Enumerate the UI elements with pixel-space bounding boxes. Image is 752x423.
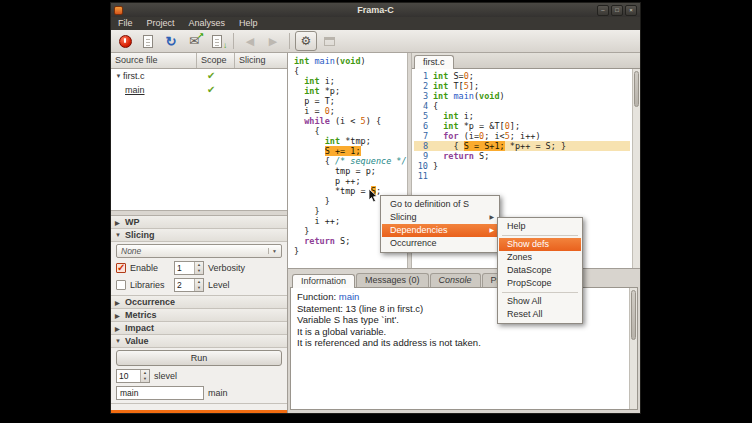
libraries-row: Libraries 2 ▲▼ Level	[116, 277, 282, 292]
tree-item-label[interactable]: first.c	[123, 71, 145, 81]
panel-occurrence[interactable]: ▶ Occurrence	[111, 296, 287, 309]
column-source-file[interactable]: Source file	[111, 53, 197, 68]
history-forward-button[interactable]: ▶	[262, 31, 284, 51]
menu-item-goto-definition[interactable]: Go to definition of S	[382, 198, 498, 211]
panel-value[interactable]: ▼ Value	[111, 335, 287, 348]
bottom-region: Information Messages (0) Console Propert…	[288, 269, 640, 413]
collapsed-triangle-icon: ▶	[115, 325, 125, 332]
analyses-button[interactable]: ⚙	[295, 31, 317, 51]
menu-help[interactable]: Help	[232, 17, 265, 30]
code-line[interactable]: 10}	[414, 161, 630, 171]
tree-row-first-c[interactable]: ▼ first.c ✔	[111, 69, 287, 83]
code-line[interactable]: int *p;	[294, 86, 407, 96]
minimize-button[interactable]: –	[597, 5, 609, 16]
toolbar-separator	[233, 33, 234, 49]
submenu-item-show-all[interactable]: Show All	[499, 295, 581, 308]
app-icon	[114, 6, 123, 15]
verbosity-stepper[interactable]: 1 ▲▼	[174, 261, 204, 275]
code-line[interactable]: S += 1;	[294, 146, 407, 156]
run-button[interactable]: Run	[116, 350, 282, 366]
libraries-checkbox[interactable]	[116, 280, 126, 290]
code-line[interactable]: 5 int i;	[414, 111, 630, 121]
panel-impact[interactable]: ▶ Impact	[111, 322, 287, 335]
column-scope[interactable]: Scope	[197, 53, 235, 68]
submenu-item-datascope[interactable]: DataScope	[499, 264, 581, 277]
maximize-button[interactable]: □	[611, 5, 623, 16]
code-line[interactable]: int i;	[294, 76, 407, 86]
tab-messages[interactable]: Messages (0)	[356, 273, 429, 287]
panel-metrics[interactable]: ▶ Metrics	[111, 309, 287, 322]
code-line[interactable]: tmp = p;	[294, 166, 407, 176]
enable-checkbox[interactable]	[116, 263, 126, 273]
tab-information[interactable]: Information	[292, 274, 355, 288]
exit-button[interactable]	[114, 31, 136, 51]
code-line[interactable]: 1int S=0;	[414, 71, 630, 81]
menu-item-label: Dependencies	[390, 225, 448, 235]
stepper-buttons[interactable]: ▲▼	[194, 279, 203, 291]
new-session-button[interactable]	[137, 31, 159, 51]
tree-row-main[interactable]: main ✔	[111, 83, 287, 97]
file-tree: Source file Scope Slicing ▼ first.c ✔ ma…	[111, 53, 287, 211]
code-line[interactable]: p = T;	[294, 96, 407, 106]
code-line[interactable]: 11	[414, 171, 630, 181]
window-title: Frama-C	[111, 3, 640, 17]
main-label: main	[208, 388, 228, 398]
code-line[interactable]: 9 return S;	[414, 151, 630, 161]
history-back-button[interactable]: ◀	[239, 31, 261, 51]
tree-item-label[interactable]: main	[125, 85, 145, 95]
panel-slicing[interactable]: ▼ Slicing	[111, 229, 287, 242]
menu-file[interactable]: File	[111, 17, 140, 30]
menu-item-occurrence[interactable]: Occurrence	[382, 237, 498, 250]
code-line[interactable]: 7 for (i=0; i<5; i++)	[414, 131, 630, 141]
code-line[interactable]: int main(void)	[294, 56, 407, 66]
level-stepper[interactable]: 2 ▲▼	[174, 278, 204, 292]
line-number: 9	[414, 151, 428, 161]
menu-analyses[interactable]: Analyses	[182, 17, 233, 30]
submenu-item-reset-all[interactable]: Reset All	[499, 308, 581, 321]
panel-wp[interactable]: ▶ WP	[111, 216, 287, 229]
save-session-button[interactable]: ↓	[206, 31, 228, 51]
code-line[interactable]: { /* sequence */	[294, 156, 407, 166]
menu-item-slicing[interactable]: Slicing▶	[382, 211, 498, 224]
submenu-item-help[interactable]: Help	[499, 220, 581, 233]
tab-console[interactable]: Console	[430, 273, 481, 287]
submenu-item-propscope[interactable]: PropScope	[499, 277, 581, 290]
titlebar[interactable]: Frama-C – □ ×	[111, 3, 640, 17]
load-session-button[interactable]: ✉↗	[183, 31, 205, 51]
submenu-item-show-defs[interactable]: Show defs	[499, 238, 581, 251]
code-line[interactable]: {	[294, 126, 407, 136]
down-arrow-icon[interactable]: ▼	[141, 376, 149, 382]
column-slicing[interactable]: Slicing	[235, 53, 287, 68]
menu-item-dependencies[interactable]: Dependencies▶	[382, 224, 498, 237]
expander-icon[interactable]: ▼	[114, 73, 123, 79]
close-button[interactable]: ×	[625, 5, 637, 16]
code-line[interactable]: while (i < 5) {	[294, 116, 407, 126]
slevel-stepper[interactable]: 10 ▲▼	[116, 369, 150, 383]
reload-button[interactable]: ↻	[160, 31, 182, 51]
vertical-scrollbar[interactable]	[629, 288, 637, 409]
code-line[interactable]: 4{	[414, 101, 630, 111]
vertical-scrollbar[interactable]	[632, 69, 640, 268]
menu-project[interactable]: Project	[140, 17, 182, 30]
slicing-selection-dropdown[interactable]: None ▼	[116, 244, 282, 258]
stepper-buttons[interactable]: ▲▼	[140, 370, 149, 382]
code-line[interactable]: 6 int *p = &T[0];	[414, 121, 630, 131]
submenu-item-zones[interactable]: Zones	[499, 251, 581, 264]
stepper-buttons[interactable]: ▲▼	[194, 262, 203, 274]
scrollbar-thumb[interactable]	[631, 290, 636, 340]
down-arrow-icon[interactable]: ▼	[195, 268, 203, 274]
tab-first-c[interactable]: first.c	[414, 55, 454, 69]
code-line[interactable]: 3int main(void)	[414, 91, 630, 101]
down-arrow-icon[interactable]: ▼	[195, 285, 203, 291]
code-line[interactable]: 2int T[5];	[414, 81, 630, 91]
code-line[interactable]: 8 { S = S+1; *p++ = S; }	[414, 141, 630, 151]
panel-label: Value	[125, 336, 149, 346]
information-panel[interactable]: Function: mainStatement: 13 (line 8 in f…	[290, 287, 638, 410]
main-function-input[interactable]: main	[116, 386, 204, 400]
code-line[interactable]: int *tmp;	[294, 136, 407, 146]
code-line[interactable]: p ++;	[294, 176, 407, 186]
code-line[interactable]: {	[294, 66, 407, 76]
detach-window-button[interactable]	[318, 31, 340, 51]
scrollbar-thumb[interactable]	[634, 71, 639, 107]
code-line[interactable]: i = 0;	[294, 106, 407, 116]
